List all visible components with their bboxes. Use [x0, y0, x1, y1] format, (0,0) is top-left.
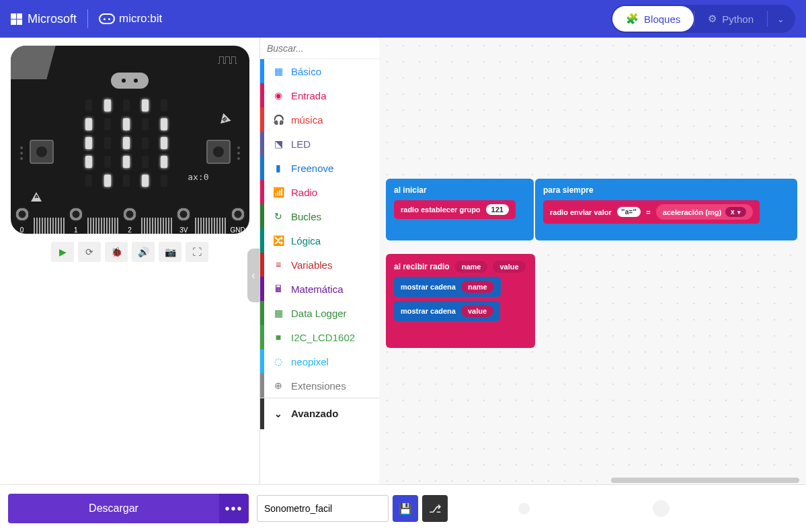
sound-button[interactable]: 🔊 [132, 242, 155, 262]
blocks-icon: 🧩 [626, 13, 639, 25]
block-title: al recibir radio [394, 262, 450, 271]
chevron-down-icon: ⌄ [777, 14, 784, 24]
radio-send-value-block[interactable]: radio enviar valor "a=" = aceleración (m… [543, 200, 760, 224]
button-a[interactable] [30, 140, 54, 164]
python-icon: ⚙ [708, 13, 717, 25]
block-label: radio establecer grupo [401, 206, 481, 214]
acceleration-block[interactable]: aceleración (mg) x [656, 204, 753, 220]
workspace[interactable]: al iniciar radio establecer grupo 121 pa… [379, 38, 806, 484]
fullscreen-icon: ⛶ [192, 247, 202, 257]
github-button[interactable]: ⎇ [422, 495, 448, 522]
grid-icon: ▦ [272, 66, 284, 77]
category-radio[interactable]: 📶Radio [260, 180, 379, 204]
category-label: Freenove [291, 163, 333, 174]
blocks-tab[interactable]: 🧩 Bloques [612, 6, 694, 32]
send-key-input[interactable]: "a=" [617, 207, 641, 217]
screenshot-button[interactable]: 📷 [159, 242, 182, 262]
button-b[interactable] [206, 140, 231, 164]
restart-button[interactable]: ⟳ [78, 242, 101, 262]
category-datalogger[interactable]: ▦Data Logger [260, 301, 379, 325]
download-more-button[interactable]: ••• [219, 494, 249, 523]
group-value-input[interactable]: 121 [486, 204, 509, 215]
block-label: radio enviar valor [550, 208, 612, 216]
category-label: música [291, 114, 323, 126]
debug-button[interactable]: 🐞 [105, 242, 128, 262]
pin-0[interactable]: 0 [11, 206, 34, 234]
horizontal-scrollbar[interactable] [611, 478, 799, 483]
show-string-name-block[interactable]: mostrar cadena name [394, 277, 501, 297]
editor-more-button[interactable]: ⌄ [768, 7, 794, 31]
signal-icon: 📶 [272, 187, 284, 197]
fullscreen-button[interactable]: ⛶ [186, 242, 208, 262]
category-label: Entrada [291, 90, 327, 101]
accel-label: aceleración (mg) [663, 208, 721, 216]
axis-dropdown[interactable]: x [725, 207, 746, 217]
category-advanced[interactable]: ⌄Avanzado [260, 398, 379, 429]
ax-readout: ax:0 [188, 172, 208, 182]
microbit-simulator[interactable]: ⎍⎍⎍ A B ax:0 0 1 2 3V [11, 46, 249, 234]
category-neopixel[interactable]: ◌neopixel [260, 349, 379, 373]
triangle-a-icon: A [31, 192, 42, 202]
category-label: neopixel [291, 356, 329, 367]
chevron-down-icon: ⌄ [272, 408, 284, 419]
loop-icon: ↻ [272, 211, 284, 222]
on-start-block[interactable]: al iniciar radio establecer grupo 121 [386, 179, 534, 240]
category-i2c[interactable]: ■I2C_LCD1602 [260, 325, 379, 349]
decorative-shapes [456, 495, 798, 522]
category-extensions[interactable]: ⊕Extensiones [260, 373, 379, 398]
plus-icon: ⊕ [272, 380, 284, 391]
equals-label: = [646, 208, 650, 216]
category-musica[interactable]: 🎧música [260, 107, 379, 132]
microbit-logo[interactable]: micro:bit [99, 12, 162, 26]
download-button[interactable]: Descargar [8, 494, 219, 523]
camera-icon: 📷 [165, 247, 176, 257]
microbit-face-icon [99, 13, 115, 24]
on-radio-received-block[interactable]: al recibir radio name value mostrar cade… [386, 254, 535, 348]
category-logica[interactable]: 🔀Lógica [260, 228, 379, 253]
pin-gnd[interactable]: GND [227, 206, 249, 234]
category-led[interactable]: ⬔LED [260, 132, 379, 156]
microsoft-logo[interactable]: Microsoft [11, 12, 77, 26]
category-label: Lógica [291, 235, 321, 247]
triangle-b-icon: B [216, 113, 231, 127]
microbit-face-sim [111, 73, 149, 89]
forever-block[interactable]: para siempre radio enviar valor "a=" = a… [535, 179, 797, 240]
category-label: Data Logger [291, 308, 347, 319]
bug-icon: 🐞 [111, 247, 122, 257]
branch-icon: 🔀 [272, 235, 284, 246]
toolbox-panel: 🔍 ▦Básico ◉Entrada 🎧música ⬔LED ▮Freenov… [259, 38, 379, 484]
ellipsis-icon: ••• [225, 501, 243, 516]
microsoft-label: Microsoft [28, 12, 77, 26]
block-label: mostrar cadena [401, 307, 456, 315]
category-basico[interactable]: ▦Básico [260, 59, 379, 83]
category-freenove[interactable]: ▮Freenove [260, 156, 379, 180]
block-title: para siempre [543, 185, 789, 195]
play-icon: ▶ [59, 247, 67, 257]
python-tab-label: Python [722, 13, 754, 25]
refresh-icon: ⟳ [85, 247, 93, 257]
pin-3v[interactable]: 3V [172, 206, 195, 234]
square-icon: ■ [272, 332, 284, 343]
var-value[interactable]: value [461, 305, 493, 317]
category-label: Extensiones [291, 380, 346, 392]
collapse-simulator-handle[interactable]: ‹ [247, 249, 259, 302]
python-tab[interactable]: ⚙ Python [694, 6, 767, 32]
pin-1[interactable]: 1 [65, 206, 87, 234]
var-name[interactable]: name [461, 281, 494, 293]
project-name-input[interactable] [257, 495, 389, 522]
save-button[interactable]: 💾 [393, 495, 418, 522]
blocks-tab-label: Bloques [644, 13, 680, 25]
search-input[interactable] [267, 43, 386, 54]
circle-icon: ◉ [272, 90, 284, 101]
category-entrada[interactable]: ◉Entrada [260, 83, 379, 107]
bottom-bar: Descargar ••• 💾 ⎇ [0, 484, 806, 532]
play-button[interactable]: ▶ [51, 242, 74, 262]
chevron-left-icon: ‹ [251, 269, 255, 281]
led-matrix [85, 99, 174, 188]
show-string-value-block[interactable]: mostrar cadena value [394, 301, 500, 321]
category-matematica[interactable]: 🖩Matemática [260, 277, 379, 301]
pin-2[interactable]: 2 [118, 206, 141, 234]
category-bucles[interactable]: ↻Bucles [260, 204, 379, 228]
radio-set-group-block[interactable]: radio establecer grupo 121 [394, 200, 516, 219]
category-variables[interactable]: ≡Variables [260, 253, 379, 277]
